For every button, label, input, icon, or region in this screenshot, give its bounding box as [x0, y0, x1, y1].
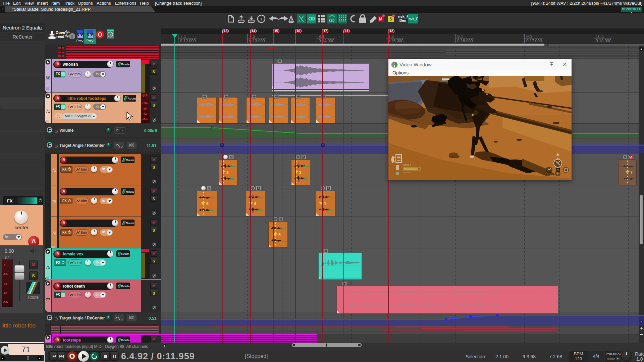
svg-text:Prev: Prev	[76, 39, 84, 43]
svg-text:7: 7	[630, 170, 633, 175]
svg-text:88 88 8: 88 88 8	[403, 164, 411, 166]
svg-text:2: 2	[71, 37, 73, 40]
svg-text:6: 6	[206, 201, 209, 206]
svg-text:Options: Options	[392, 70, 409, 75]
svg-text:1: 1	[324, 201, 326, 206]
svg-text:-Des: -Des	[398, 18, 406, 22]
svg-text:4: 4	[254, 201, 256, 206]
svg-text:nvk_F: nvk_F	[398, 14, 409, 18]
svg-text:000 000: 000 000	[403, 172, 411, 174]
svg-text:2: 2	[226, 170, 229, 175]
svg-text:3: 3	[299, 170, 302, 175]
svg-text:nvk_F: nvk_F	[409, 17, 418, 21]
svg-text:Prev: Prev	[87, 39, 94, 43]
svg-text:5: 5	[278, 233, 281, 237]
svg-text:rend: rend	[56, 35, 64, 39]
svg-text:Open: Open	[56, 31, 65, 35]
svg-text:+802: +802	[476, 78, 483, 81]
svg-text:S: S	[389, 17, 392, 21]
svg-text:i: i	[261, 16, 262, 21]
svg-text:Video Window: Video Window	[399, 62, 432, 67]
svg-text:V: V	[557, 169, 559, 172]
svg-text:M: M	[379, 17, 382, 21]
